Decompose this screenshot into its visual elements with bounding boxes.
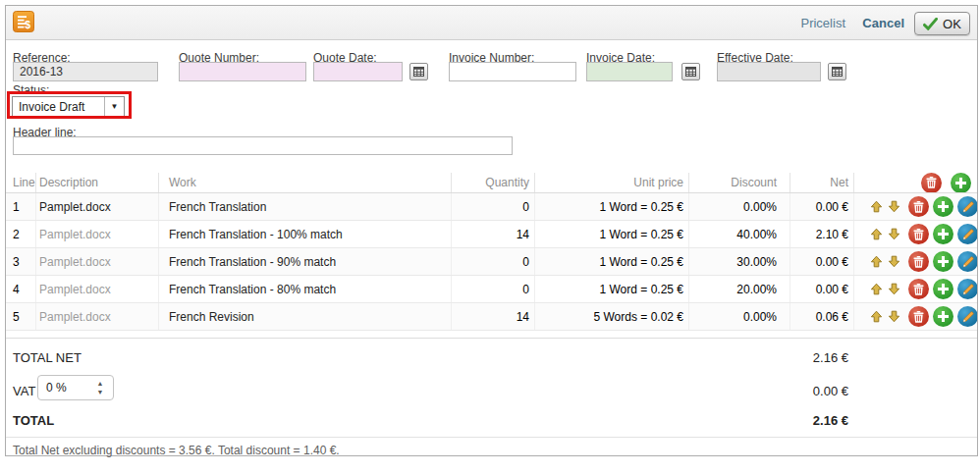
vat-rate-stepper[interactable]: 0 % ▲ ▼ [37, 375, 114, 400]
delete-all-lines-icon[interactable] [921, 173, 942, 192]
description-cell: Pamplet.docx [35, 221, 158, 247]
unit-price-cell: 1 Word = 0.25 € [534, 221, 688, 247]
table-rows: 1Pamplet.docxFrench Translation01 Word =… [6, 193, 977, 331]
quantity-cell: 0 [451, 193, 534, 220]
table-row: 5Pamplet.docxFrench Revision145 Words = … [6, 303, 977, 331]
invoice-document-icon: $ [13, 11, 34, 32]
discount-cell: 40.00% [688, 221, 789, 247]
net-cell: 2.10 € [789, 221, 853, 247]
col-header-work: Work [158, 173, 451, 192]
delete-line-icon[interactable] [908, 224, 929, 244]
edit-line-icon[interactable] [957, 279, 977, 299]
add-line-icon[interactable] [933, 196, 953, 217]
net-cell: 0.06 € [789, 303, 853, 330]
add-line-icon[interactable] [933, 224, 953, 244]
col-header-unit-price: Unit price [534, 173, 688, 192]
dropdown-arrow-icon: ▼ [104, 97, 124, 116]
move-up-icon[interactable] [870, 200, 884, 214]
status-dropdown[interactable]: Invoice Draft ▼ [12, 96, 125, 117]
vat-amount-value: 0.00 € [813, 384, 848, 398]
invoice-date-input[interactable] [586, 62, 673, 81]
move-down-icon[interactable] [888, 200, 901, 214]
line-number: 5 [6, 310, 35, 324]
description-cell: Pamplet.docx [35, 303, 158, 330]
edit-line-icon[interactable] [957, 306, 977, 327]
col-header-line: Line [6, 176, 35, 189]
delete-line-icon[interactable] [908, 279, 929, 299]
table-row: 1Pamplet.docxFrench Translation01 Word =… [6, 193, 977, 221]
net-cell: 0.00 € [789, 193, 853, 220]
effective-date-calendar-icon[interactable] [828, 63, 846, 80]
discount-cell: 20.00% [688, 276, 789, 302]
col-header-description: Description [35, 173, 158, 192]
add-line-icon[interactable] [933, 306, 953, 327]
quantity-cell: 0 [451, 248, 534, 275]
invoice-number-input[interactable] [449, 62, 576, 81]
ok-button-label: OK [943, 17, 961, 31]
add-line-icon[interactable] [951, 173, 971, 192]
edit-line-icon[interactable] [957, 251, 977, 272]
discount-cell: 0.00% [688, 193, 789, 220]
description-cell: Pamplet.docx [35, 193, 158, 220]
total-net-value: 2.16 € [813, 350, 848, 365]
cancel-link[interactable]: Cancel [862, 16, 904, 30]
vat-rate-value: 0 % [38, 381, 91, 395]
totals-divider [6, 437, 977, 438]
quote-number-input[interactable] [179, 62, 306, 81]
row-actions [853, 221, 977, 247]
work-cell: French Translation - 100% match [158, 221, 451, 247]
discount-summary-note: Total Net excluding discounts = 3.56 €. … [13, 444, 340, 457]
delete-line-icon[interactable] [908, 196, 929, 217]
edit-line-icon[interactable] [957, 224, 977, 244]
quantity-cell: 0 [451, 276, 534, 302]
delete-line-icon[interactable] [908, 251, 929, 272]
spinner-up-icon[interactable]: ▲ [97, 381, 104, 387]
ok-button[interactable]: OK [914, 12, 970, 35]
invoice-lines-table: Line Description Work Quantity Unit pric… [6, 173, 977, 331]
move-up-icon[interactable] [870, 228, 884, 241]
add-line-icon[interactable] [933, 279, 953, 299]
invoice-editor-screen: $ Pricelist Cancel OK Reference: Quote N… [0, 0, 980, 474]
reference-input[interactable] [13, 62, 158, 81]
discount-cell: 0.00% [688, 303, 789, 330]
add-line-icon[interactable] [933, 251, 953, 272]
line-number: 1 [6, 200, 35, 214]
line-number: 2 [6, 228, 35, 241]
col-header-quantity: Quantity [451, 173, 534, 192]
edit-line-icon[interactable] [957, 196, 977, 217]
total-label: TOTAL [13, 413, 54, 428]
move-up-icon[interactable] [870, 283, 884, 296]
checkmark-icon [923, 18, 938, 30]
spinner-down-icon[interactable]: ▼ [97, 390, 104, 395]
status-label: Status: [13, 83, 49, 97]
move-up-icon[interactable] [870, 255, 884, 269]
status-dropdown-value: Invoice Draft [13, 100, 104, 114]
work-cell: French Revision [158, 303, 451, 330]
invoice-date-calendar-icon[interactable] [681, 63, 700, 80]
quote-date-calendar-icon[interactable] [409, 63, 428, 80]
row-actions [853, 193, 977, 220]
col-header-net: Net [789, 173, 853, 192]
unit-price-cell: 1 Word = 0.25 € [534, 276, 688, 302]
quote-date-input[interactable] [313, 62, 403, 81]
net-cell: 0.00 € [789, 276, 853, 302]
move-up-icon[interactable] [870, 310, 884, 324]
work-cell: French Translation - 80% match [158, 276, 451, 302]
discount-cell: 30.00% [688, 248, 789, 275]
toolbar: $ Pricelist Cancel OK [6, 6, 977, 40]
effective-date-input[interactable] [717, 62, 821, 81]
delete-line-icon[interactable] [908, 306, 929, 327]
quantity-cell: 14 [451, 221, 534, 247]
header-line-input[interactable] [13, 136, 513, 155]
table-row: 2Pamplet.docxFrench Translation - 100% m… [6, 221, 977, 248]
move-down-icon[interactable] [888, 255, 901, 269]
move-down-icon[interactable] [888, 310, 901, 324]
line-number: 4 [6, 283, 35, 296]
pricelist-link[interactable]: Pricelist [800, 16, 845, 30]
move-down-icon[interactable] [888, 283, 901, 296]
invoice-edit-dialog: $ Pricelist Cancel OK Reference: Quote N… [5, 5, 978, 456]
unit-price-cell: 5 Words = 0.02 € [534, 303, 688, 330]
move-down-icon[interactable] [888, 228, 901, 241]
line-number: 3 [6, 255, 35, 269]
work-cell: French Translation [158, 193, 451, 220]
